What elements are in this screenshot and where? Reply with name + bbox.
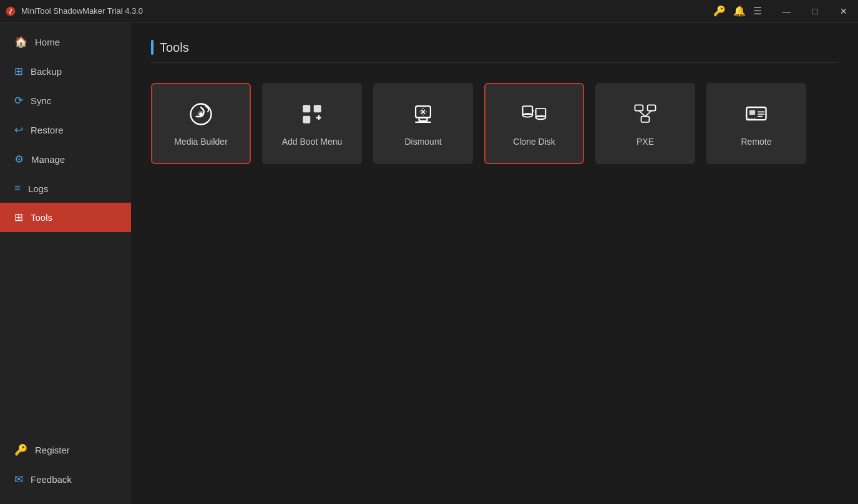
- tool-card-dismount[interactable]: Dismount: [373, 83, 473, 164]
- sidebar-label-register: Register: [35, 445, 70, 455]
- sidebar: 🏠 Home ⊞ Backup ⟳ Sync ↩ Restore ⚙ Manag…: [0, 22, 131, 504]
- add-boot-menu-label: Add Boot Menu: [282, 137, 343, 147]
- title-bar: MiniTool ShadowMaker Trial 4.3.0 🔑 🔔 ☰ —…: [0, 0, 858, 22]
- sidebar-item-tools[interactable]: ⊞ Tools: [0, 203, 131, 232]
- svg-rect-27: [648, 105, 656, 110]
- media-builder-label: Media Builder: [174, 137, 228, 147]
- title-bar-icons: 🔑 🔔 ☰: [713, 5, 762, 17]
- feedback-icon: ✉: [14, 473, 23, 486]
- svg-rect-28: [641, 117, 650, 122]
- sidebar-item-backup[interactable]: ⊞ Backup: [0, 57, 131, 86]
- maximize-button[interactable]: □: [806, 3, 824, 19]
- key-icon[interactable]: 🔑: [713, 5, 726, 17]
- svg-point-22: [536, 116, 546, 120]
- sidebar-item-home[interactable]: 🏠 Home: [0, 27, 131, 57]
- sidebar-item-manage[interactable]: ⚙ Manage: [0, 145, 131, 174]
- logs-icon: ≡: [14, 182, 21, 195]
- tool-card-pxe[interactable]: PXE: [595, 83, 695, 164]
- svg-rect-26: [635, 105, 643, 110]
- svg-point-3: [199, 112, 203, 116]
- app-title: MiniTool ShadowMaker Trial 4.3.0: [21, 6, 143, 16]
- svg-rect-17: [523, 106, 533, 114]
- sidebar-label-tools: Tools: [31, 212, 52, 223]
- manage-icon: ⚙: [14, 153, 24, 166]
- close-button[interactable]: ✕: [834, 3, 853, 19]
- content-area: Tools Media Builder: [131, 22, 858, 504]
- sidebar-item-sync[interactable]: ⟳ Sync: [0, 86, 131, 115]
- sidebar-label-feedback: Feedback: [31, 474, 72, 485]
- tool-card-media-builder[interactable]: Media Builder: [151, 83, 251, 164]
- svg-point-34: [751, 118, 753, 120]
- menu-icon[interactable]: ☰: [753, 5, 762, 17]
- add-boot-menu-icon: [298, 100, 326, 128]
- page-header: Tools: [151, 40, 838, 63]
- svg-point-33: [748, 118, 750, 120]
- header-accent: [151, 40, 154, 55]
- tools-icon: ⊞: [14, 211, 23, 224]
- svg-rect-10: [419, 118, 427, 122]
- clone-disk-label: Clone Disk: [513, 137, 555, 147]
- sidebar-bottom: 🔑 Register ✉ Feedback: [0, 435, 131, 504]
- svg-rect-8: [318, 115, 319, 120]
- sidebar-label-home: Home: [35, 37, 60, 47]
- svg-rect-6: [303, 116, 310, 124]
- tool-card-add-boot-menu[interactable]: Add Boot Menu: [262, 83, 362, 164]
- sidebar-item-register[interactable]: 🔑 Register: [0, 435, 131, 465]
- backup-icon: ⊞: [14, 65, 23, 78]
- sidebar-item-restore[interactable]: ↩ Restore: [0, 115, 131, 145]
- home-icon: 🏠: [14, 36, 27, 49]
- media-builder-icon: [187, 100, 215, 128]
- svg-line-29: [639, 111, 645, 117]
- tools-grid: Media Builder Add Boot Menu: [151, 83, 838, 164]
- pxe-label: PXE: [636, 137, 654, 147]
- svg-point-35: [754, 118, 756, 120]
- svg-line-30: [645, 111, 651, 117]
- restore-icon: ↩: [14, 124, 23, 137]
- sidebar-label-manage: Manage: [31, 154, 65, 165]
- register-icon: 🔑: [14, 443, 27, 457]
- clone-disk-icon: [520, 100, 548, 128]
- dismount-icon: [409, 100, 437, 128]
- dismount-label: Dismount: [404, 137, 441, 147]
- sidebar-label-backup: Backup: [31, 66, 62, 77]
- svg-point-18: [523, 114, 533, 117]
- app-icon: [5, 6, 16, 17]
- sidebar-item-feedback[interactable]: ✉ Feedback: [0, 465, 131, 494]
- tool-card-clone-disk[interactable]: Clone Disk: [484, 83, 584, 164]
- tool-card-remote[interactable]: Remote: [706, 83, 806, 164]
- title-bar-left: MiniTool ShadowMaker Trial 4.3.0: [5, 6, 143, 17]
- sidebar-label-logs: Logs: [28, 183, 49, 194]
- page-title: Tools: [160, 41, 189, 55]
- sidebar-label-sync: Sync: [31, 95, 51, 106]
- sync-icon: ⟳: [14, 94, 23, 107]
- remote-label: Remote: [741, 137, 771, 147]
- bell-icon[interactable]: 🔔: [733, 5, 746, 17]
- svg-rect-32: [749, 110, 755, 115]
- minimize-button[interactable]: —: [777, 3, 796, 19]
- sidebar-item-logs[interactable]: ≡ Logs: [0, 174, 131, 203]
- sidebar-label-restore: Restore: [31, 125, 64, 135]
- main-layout: 🏠 Home ⊞ Backup ⟳ Sync ↩ Restore ⚙ Manag…: [0, 22, 858, 504]
- svg-rect-21: [536, 109, 546, 117]
- svg-rect-5: [314, 105, 321, 112]
- svg-rect-4: [303, 105, 310, 112]
- remote-icon: [743, 100, 770, 128]
- pxe-icon: [631, 100, 659, 128]
